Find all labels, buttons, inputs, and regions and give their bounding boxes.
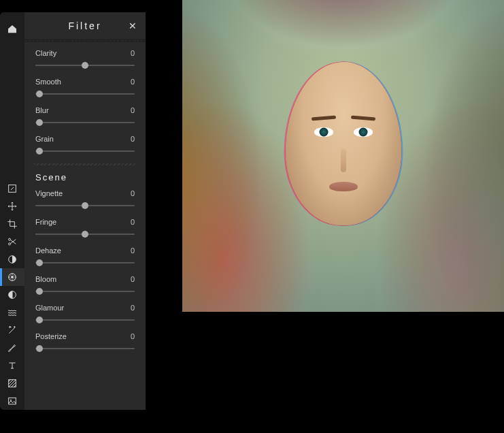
- tool-adjust[interactable]: [0, 251, 24, 268]
- home-button[interactable]: [0, 20, 24, 38]
- control-value: 0: [131, 332, 135, 340]
- text-icon: [7, 360, 18, 371]
- slider-thumb[interactable]: [36, 119, 43, 126]
- control-dehaze: Dehaze0: [35, 246, 135, 267]
- control-value: 0: [131, 106, 135, 114]
- control-label: Vignette: [35, 189, 63, 197]
- control-vignette: Vignette0: [35, 189, 135, 210]
- slider-fringe[interactable]: [35, 230, 135, 238]
- slider-clarity[interactable]: [35, 61, 135, 69]
- slider-thumb[interactable]: [36, 345, 43, 352]
- control-value: 0: [131, 304, 135, 312]
- control-label: Bloom: [35, 275, 56, 283]
- slider-dehaze[interactable]: [35, 259, 135, 267]
- image-icon: [7, 396, 18, 406]
- svg-point-5: [11, 276, 14, 278]
- resize-icon: [7, 183, 18, 194]
- slider-thumb[interactable]: [82, 202, 88, 209]
- tool-image[interactable]: [0, 392, 24, 410]
- panel-title: Filter: [68, 20, 101, 31]
- tool-pattern[interactable]: [0, 374, 24, 392]
- slider-bloom[interactable]: [35, 287, 135, 295]
- control-label: Smooth: [35, 78, 61, 86]
- slider-smooth[interactable]: [35, 90, 135, 98]
- section-divider: [34, 163, 136, 165]
- section-title: Scene: [35, 172, 135, 182]
- slider-thumb[interactable]: [36, 148, 43, 155]
- slider-thumb[interactable]: [36, 91, 43, 97]
- control-value: 0: [131, 135, 135, 143]
- arrows-icon: [7, 201, 18, 212]
- control-label: Dehaze: [35, 246, 61, 255]
- panel-header: Filter ✕: [24, 12, 146, 39]
- control-smooth: Smooth0: [35, 78, 135, 98]
- control-label: Posterize: [35, 332, 67, 340]
- tool-resize[interactable]: [0, 180, 24, 197]
- control-label: Clarity: [35, 49, 56, 57]
- slider-glamour[interactable]: [35, 316, 135, 324]
- tool-heal[interactable]: [0, 321, 24, 339]
- slider-thumb[interactable]: [36, 259, 43, 266]
- control-clarity: Clarity0: [35, 49, 135, 69]
- slider-thumb[interactable]: [82, 231, 88, 238]
- contrast-icon: [7, 254, 18, 265]
- control-value: 0: [131, 246, 135, 255]
- control-label: Glamour: [35, 304, 64, 312]
- tool-cut[interactable]: [0, 233, 24, 251]
- control-label: Fringe: [35, 218, 56, 226]
- waves-icon: [7, 307, 18, 318]
- tool-crop[interactable]: [0, 215, 24, 233]
- tool-move[interactable]: [0, 197, 24, 215]
- control-fringe: Fringe0: [35, 218, 135, 238]
- control-value: 0: [131, 218, 135, 226]
- tool-tone[interactable]: [0, 286, 24, 304]
- wand-icon: [7, 325, 18, 336]
- slider-grain[interactable]: [35, 147, 135, 155]
- crop-icon: [7, 219, 18, 229]
- control-grain: Grain0: [35, 135, 135, 155]
- control-label: Blur: [35, 106, 49, 114]
- slider-thumb[interactable]: [36, 317, 43, 323]
- control-value: 0: [131, 49, 135, 57]
- tool-rail: [0, 12, 24, 410]
- control-bloom: Bloom0: [35, 275, 135, 295]
- scissors-icon: [7, 236, 18, 247]
- slider-posterize[interactable]: [35, 344, 135, 353]
- filter-panel: Filter ✕ Clarity0Smooth0Blur0Grain0Scene…: [24, 12, 146, 410]
- tool-liquify[interactable]: [0, 304, 24, 321]
- editor-sidebar: Filter ✕ Clarity0Smooth0Blur0Grain0Scene…: [0, 12, 146, 410]
- control-label: Grain: [35, 135, 54, 143]
- photo-fringe-effect: [182, 0, 504, 312]
- control-blur: Blur0: [35, 106, 135, 127]
- hatch-icon: [7, 378, 18, 389]
- control-glamour: Glamour0: [35, 304, 135, 324]
- control-posterize: Posterize0: [35, 332, 135, 353]
- slider-blur[interactable]: [35, 118, 135, 127]
- slider-vignette[interactable]: [35, 202, 135, 210]
- slider-thumb[interactable]: [36, 288, 43, 295]
- tool-draw[interactable]: [0, 339, 24, 357]
- slider-thumb[interactable]: [82, 62, 88, 69]
- halfcirc-icon: [7, 289, 18, 300]
- aperture-icon: [7, 272, 18, 283]
- brush-icon: [7, 342, 18, 353]
- close-icon[interactable]: ✕: [129, 20, 139, 31]
- control-value: 0: [131, 275, 135, 283]
- tool-filter[interactable]: [0, 268, 24, 286]
- svg-rect-8: [9, 398, 16, 404]
- tool-text[interactable]: [0, 357, 24, 374]
- control-value: 0: [131, 189, 135, 197]
- canvas-viewport[interactable]: [182, 0, 504, 312]
- control-value: 0: [131, 78, 135, 86]
